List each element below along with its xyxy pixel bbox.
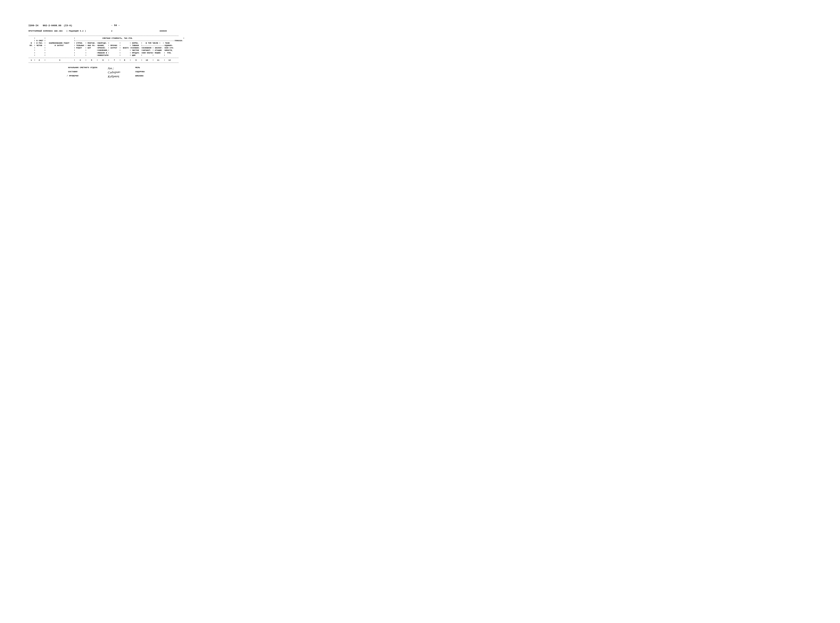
signature-name: СИДОРОВА xyxy=(135,71,161,73)
signature-name: ШИБАЕВА xyxy=(135,75,161,77)
col-num: 9 xyxy=(135,59,137,61)
col-num: 2 xyxy=(38,59,40,61)
sub-number: 2 xyxy=(111,30,160,32)
header-row-1: I200-I4 902-2-0408.86 (IX-6) - 58 - xyxy=(28,24,812,27)
signature-row: НАЧАЛЬНИК СМЕТНОГО ОТДЕЛА Ам.; МЕЛЬ xyxy=(28,66,812,70)
redaction: ( РЕДАКЦИЯ 5.2 ) xyxy=(66,30,86,32)
document-code: 300609 xyxy=(160,30,167,32)
signature-row: / ПРОВЕРИЛ Кубрвиц ШИБАЕВА xyxy=(28,74,812,78)
col-num: 8 xyxy=(124,59,125,61)
signature-role: НАЧАЛЬНИК СМЕТНОГО ОТДЕЛА xyxy=(68,66,108,69)
col-num: 3 xyxy=(59,59,60,61)
header-row-2: ПРОГРАММНЫЙ КОМПЛЕКС АВС-3ЕС ( РЕДАКЦИЯ … xyxy=(28,30,812,32)
doc-id-suffix: (IX-6) xyxy=(64,24,72,27)
col-num: 7 xyxy=(114,59,115,61)
table-header: ----------------------------------------… xyxy=(28,34,812,64)
super-header: СМЕТНАЯ СТОИМОСТЬ, ТЫС.РУБ. xyxy=(103,37,133,39)
col-num: 4 xyxy=(80,59,81,61)
signatures-block: НАЧАЛЬНИК СМЕТНОГО ОТДЕЛА Ам.; МЕЛЬ СОСТ… xyxy=(28,66,812,78)
col-num: 10 xyxy=(146,59,148,61)
program-name: ПРОГРАММНЫЙ КОМПЛЕКС АВС-3ЕС ( РЕДАКЦИЯ … xyxy=(28,30,111,32)
signature-row: СОСТАВИЛ Сидорив- СИДОРОВА xyxy=(28,70,812,74)
doc-id-right: 902-2-0408.86 xyxy=(43,24,61,27)
col-num: 11 xyxy=(157,59,159,61)
signature-role: / ПРОВЕРИЛ xyxy=(68,75,108,77)
document-id: I200-I4 902-2-0408.86 (IX-6) xyxy=(28,24,89,27)
col-num: 6 xyxy=(103,59,104,61)
signature-name: МЕЛЬ xyxy=(135,66,161,69)
signature-role: СОСТАВИЛ xyxy=(68,71,108,73)
doc-id-left: I200-I4 xyxy=(28,24,38,27)
col-num: 12 xyxy=(169,59,171,61)
col-num: 1 xyxy=(31,59,32,61)
page-number: - 58 - xyxy=(111,24,120,27)
col-num: 5 xyxy=(91,59,92,61)
